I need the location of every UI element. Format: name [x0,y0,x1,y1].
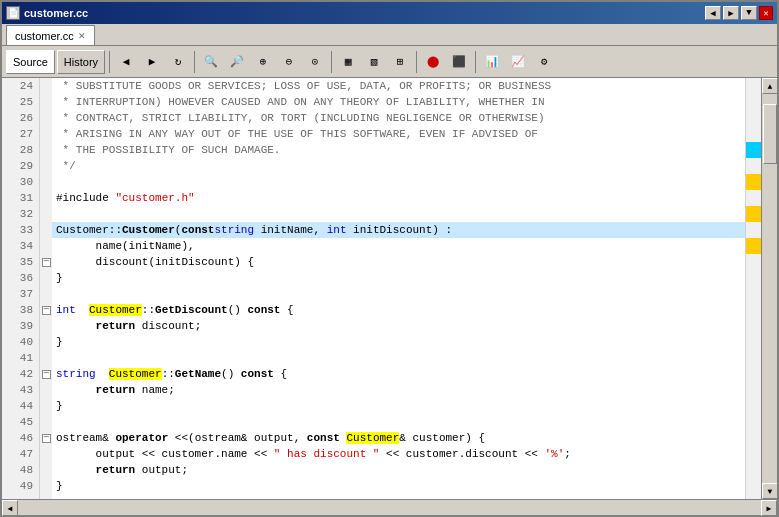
find-icon[interactable]: ⊕ [251,50,275,74]
ln-31: 31 [2,190,39,206]
forward-icon[interactable]: ▶ [140,50,164,74]
fold-33 [40,222,52,238]
history-tab-btn[interactable]: History [57,50,105,74]
find-prev-icon[interactable]: ⊙ [303,50,327,74]
ln-39: 39 [2,318,39,334]
code-line-33: Customer::Customer(const string initName… [52,222,745,238]
editor-area: 24 25 26 27 28 29 30 31 32 33 34 35 36 3… [2,78,777,499]
mini-10 [746,222,761,238]
horizontal-scrollbar[interactable]: ◀ ▶ [2,499,777,515]
fold-28 [40,142,52,158]
ln-28: 28 [2,142,39,158]
ln-36: 36 [2,270,39,286]
back-icon[interactable]: ◀ [114,50,138,74]
fold-41 [40,350,52,366]
code-line-45 [52,414,745,430]
mini-3 [746,110,761,126]
scroll-h-track[interactable] [18,500,761,515]
fold-43 [40,382,52,398]
mini-11 [746,238,761,254]
fold-34 [40,238,52,254]
scroll-thumb[interactable] [763,104,777,164]
find-next-icon[interactable]: ⊖ [277,50,301,74]
nav-back-btn[interactable]: ◀ [705,6,721,20]
fold-37 [40,286,52,302]
settings-icon[interactable]: ⚙ [532,50,556,74]
pause-icon[interactable]: ⬛ [447,50,471,74]
ln-26: 26 [2,110,39,126]
ln-43: 43 [2,382,39,398]
scroll-up-btn[interactable]: ▲ [762,78,777,94]
close-btn[interactable]: ✕ [759,6,773,20]
stop-icon[interactable]: ⬤ [421,50,445,74]
tab-label: customer.cc [15,30,74,42]
fold-47 [40,446,52,462]
mini-2 [746,94,761,110]
fold-27 [40,126,52,142]
code-line-24: * SUBSTITUTE GOODS OR SERVICES; LOSS OF … [52,78,745,94]
tab-close-icon[interactable]: ✕ [78,31,86,41]
scroll-down-btn[interactable]: ▼ [762,483,777,499]
tab-bar: customer.cc ✕ [2,24,777,46]
source-tab-btn[interactable]: Source [6,50,55,74]
titlebar: 📄 customer.cc ◀ ▶ ▼ ✕ [2,2,777,24]
ln-29: 29 [2,158,39,174]
scroll-track[interactable] [762,94,777,483]
code-line-36: } [52,270,745,286]
scroll-left-btn[interactable]: ◀ [2,500,18,516]
tab-customer-cc[interactable]: customer.cc ✕ [6,25,95,45]
fold-35[interactable]: − [40,254,52,270]
fold-26 [40,110,52,126]
code-line-37 [52,286,745,302]
diff-icon[interactable]: ▧ [362,50,386,74]
toggle-icon[interactable]: ▦ [336,50,360,74]
ln-33: 33 [2,222,39,238]
fold-49 [40,478,52,494]
code-line-44: } [52,398,745,414]
code-content[interactable]: * SUBSTITUTE GOODS OR SERVICES; LOSS OF … [52,78,745,499]
ln-41: 41 [2,350,39,366]
fold-40 [40,334,52,350]
zoom-out-icon[interactable]: 🔎 [225,50,249,74]
last-change-icon[interactable]: ↻ [166,50,190,74]
code-line-35: discount(initDiscount) { [52,254,745,270]
ln-45: 45 [2,414,39,430]
separator-1 [109,51,110,73]
code-line-39: return discount; [52,318,745,334]
fold-39 [40,318,52,334]
titlebar-left: 📄 customer.cc [6,6,88,20]
separator-3 [331,51,332,73]
ln-30: 30 [2,174,39,190]
ln-44: 44 [2,398,39,414]
merge-icon[interactable]: ⊞ [388,50,412,74]
fold-32 [40,206,52,222]
code-line-47: output << customer.name << " has discoun… [52,446,745,462]
fold-48 [40,462,52,478]
code-line-48: return output; [52,462,745,478]
file-icon: 📄 [6,6,20,20]
chart-icon[interactable]: 📊 [480,50,504,74]
ln-35: 35 [2,254,39,270]
code-line-40: } [52,334,745,350]
vertical-scrollbar[interactable]: ▲ ▼ [761,78,777,499]
line-numbers: 24 25 26 27 28 29 30 31 32 33 34 35 36 3… [2,78,40,499]
code-line-42: string Customer::GetName() const { [52,366,745,382]
code-line-34: name(initName), [52,238,745,254]
mini-4 [746,126,761,142]
ln-40: 40 [2,334,39,350]
mini-1 [746,78,761,94]
fold-38[interactable]: − [40,302,52,318]
zoom-in-icon[interactable]: 🔍 [199,50,223,74]
separator-5 [475,51,476,73]
fold-46[interactable]: − [40,430,52,446]
chart2-icon[interactable]: 📈 [506,50,530,74]
right-markers [745,78,761,499]
mini-8 [746,190,761,206]
fold-36 [40,270,52,286]
nav-down-btn[interactable]: ▼ [741,6,757,20]
fold-44 [40,398,52,414]
fold-42[interactable]: − [40,366,52,382]
nav-forward-btn[interactable]: ▶ [723,6,739,20]
scroll-right-btn[interactable]: ▶ [761,500,777,516]
ln-37: 37 [2,286,39,302]
